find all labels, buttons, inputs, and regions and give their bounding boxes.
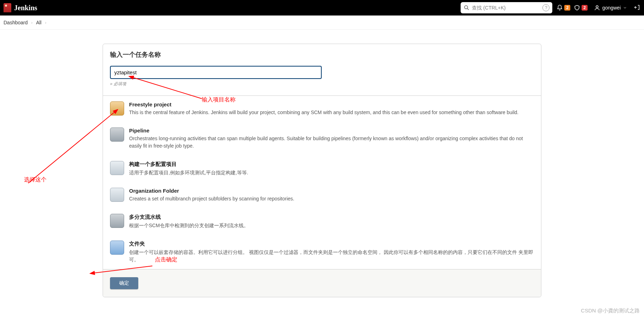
required-note: » 必填项 <box>110 81 534 87</box>
item-type-folder[interactable]: 文件夹 创建一个可以嵌套存储的容器。利用它可以进行分组。 视图仅仅是一个过滤器，… <box>110 235 534 269</box>
notif-badge: 2 <box>564 5 570 11</box>
search-input[interactable] <box>472 5 540 11</box>
logo-area[interactable]: Jenkins <box>4 3 37 12</box>
alert-badge: 2 <box>582 5 588 11</box>
item-desc: This is the central feature of Jenkins. … <box>129 109 534 116</box>
orgfolder-icon <box>110 188 124 202</box>
user-menu[interactable]: gongwei <box>594 5 627 11</box>
item-desc: 适用于多配置项目,例如多环境测试,平台指定构建,等等. <box>129 169 534 176</box>
folder-icon <box>110 241 124 255</box>
item-type-multibranch[interactable]: 多分支流水线 根据一个SCM仓库中检测到的分支创建一系列流水线。 <box>110 208 534 235</box>
svg-line-1 <box>468 8 469 10</box>
item-type-orgfolder[interactable]: Organization Folder Creates a set of mul… <box>110 182 534 208</box>
item-type-list: Freestyle project This is the central fe… <box>103 96 541 269</box>
freestyle-icon <box>110 101 124 116</box>
logout-icon <box>634 4 640 11</box>
item-title: 文件夹 <box>129 241 534 247</box>
breadcrumb-dashboard[interactable]: Dashboard <box>4 20 28 25</box>
panel-title: 输入一个任务名称 <box>110 50 534 59</box>
item-title: Pipeline <box>129 128 534 133</box>
alerts-button[interactable]: 2 <box>574 5 588 11</box>
item-type-multiconfig[interactable]: 构建一个多配置项目 适用于多配置项目,例如多环境测试,平台指定构建,等等. <box>110 155 534 182</box>
item-desc: 根据一个SCM仓库中检测到的分支创建一系列流水线。 <box>129 222 534 229</box>
username-label: gongwei <box>602 5 621 11</box>
chevron-right-icon: › <box>43 20 49 25</box>
chevron-down-icon <box>623 6 627 10</box>
chevron-right-icon: › <box>29 20 35 25</box>
bell-icon <box>557 5 563 11</box>
item-type-pipeline[interactable]: Pipeline Orchestrates long-running activ… <box>110 122 534 155</box>
ok-button[interactable]: 确定 <box>110 277 138 289</box>
brand-text: Jenkins <box>14 4 37 12</box>
item-desc: Creates a set of multibranch project sub… <box>129 195 534 203</box>
top-bar: Jenkins ? 2 2 gongwei <box>0 0 644 15</box>
item-title: Organization Folder <box>129 188 534 194</box>
item-title: Freestyle project <box>129 101 534 107</box>
jenkins-logo-icon <box>4 3 11 12</box>
notifications-button[interactable]: 2 <box>557 5 570 11</box>
multiconfig-icon <box>110 161 124 175</box>
breadcrumb: Dashboard › All › <box>0 15 644 30</box>
user-icon <box>594 5 600 11</box>
search-icon <box>463 5 470 11</box>
panel-footer: 确定 <box>103 269 541 297</box>
help-icon[interactable]: ? <box>542 4 549 11</box>
item-desc: 创建一个可以嵌套存储的容器。利用它可以进行分组。 视图仅仅是一个过滤器，而文件夹… <box>129 249 534 263</box>
svg-point-0 <box>464 6 468 9</box>
shield-icon <box>574 5 580 11</box>
pipeline-icon <box>110 128 124 142</box>
item-title: 构建一个多配置项目 <box>129 161 534 168</box>
item-type-freestyle[interactable]: Freestyle project This is the central fe… <box>110 96 534 122</box>
search-box[interactable]: ? <box>461 2 552 13</box>
item-name-input[interactable] <box>110 66 322 79</box>
item-desc: Orchestrates long-running activities tha… <box>129 135 534 150</box>
svg-point-2 <box>596 6 598 8</box>
multibranch-icon <box>110 214 124 228</box>
logout-button[interactable] <box>634 4 640 12</box>
breadcrumb-all[interactable]: All <box>36 20 42 25</box>
create-item-panel: 输入一个任务名称 » 必填项 Freestyle project This is… <box>103 44 541 297</box>
item-title: 多分支流水线 <box>129 214 534 220</box>
